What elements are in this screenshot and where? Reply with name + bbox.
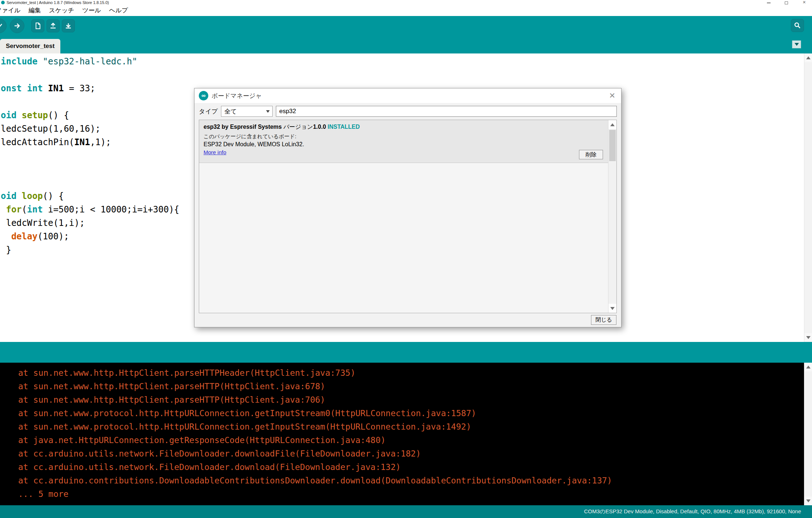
check-icon [0,22,3,30]
list-scroll-down-button[interactable] [608,304,616,313]
list-scroll-thumb[interactable] [609,130,616,161]
menu-bar: ファイル 編集 スケッチ ツール ヘルプ [0,5,812,16]
open-button[interactable] [47,19,60,32]
chevron-down-icon [795,43,799,46]
code-line: include "esp32-hal-ledc.h" [1,55,812,68]
console-scroll-down-button[interactable] [804,497,812,505]
chevron-down-icon [266,110,270,113]
minimize-button[interactable] [767,0,771,4]
console-line: at cc.arduino.utils.network.FileDownload… [18,447,812,461]
console-line: at sun.net.www.protocol.http.HttpURLConn… [18,420,812,434]
editor-scrollbar[interactable] [804,53,812,342]
console-line: at sun.net.www.http.HttpClient.parseHTTP… [18,380,812,393]
scroll-up-icon [806,366,811,368]
document-icon [34,22,42,30]
status-bar: COM3のESP32 Dev Module, Disabled, Default… [0,505,812,518]
arrow-right-icon [13,22,21,30]
dialog-close-button[interactable]: ✕ [607,91,617,100]
menu-item-sketch[interactable]: スケッチ [45,6,79,15]
magnifier-icon [793,21,801,29]
console-scroll-up-button[interactable] [804,363,812,371]
dialog-body: タイプ 全て esp32 by Espressif Systems バージョン1… [194,103,621,328]
close-dialog-button[interactable]: 閉じる [591,315,616,325]
editor-scroll-up-button[interactable] [804,53,812,62]
console-line: ... 5 more [18,487,812,501]
tab-servomoter-test[interactable]: Servomoter_test [0,39,60,53]
toolbar [0,16,812,35]
console-line: at cc.arduino.utils.network.FileDownload… [18,461,812,474]
list-scroll-up-button[interactable] [608,120,616,129]
arrow-up-icon [49,22,57,30]
verify-button[interactable] [0,19,7,33]
dialog-title: ボードマネージャ [212,92,262,100]
board-entry-esp32[interactable]: esp32 by Espressif Systems バージョン1.0.0 IN… [199,120,608,163]
list-scrollbar[interactable] [608,120,616,313]
console-scrollbar[interactable] [804,363,812,505]
close-window-button[interactable]: ✕ [802,0,806,4]
board-info-text: COM3のESP32 Dev Module, Disabled, Default… [584,508,801,515]
new-sketch-button[interactable] [31,19,44,32]
console-line: at sun.net.www.protocol.http.HttpURLConn… [18,407,812,420]
boards-list-text: ESP32 Dev Module, WEMOS LoLin32. [204,141,604,148]
board-entry-title: esp32 by Espressif Systems バージョン1.0.0 IN… [204,123,604,131]
code-line [1,68,812,82]
dialog-titlebar: ∞ ボードマネージャ ✕ [194,88,621,103]
console-line: at sun.net.www.http.HttpClient.parseHTTP… [18,393,812,407]
console-lines: at sun.net.www.http.HttpClient.parseHTTP… [0,363,812,501]
console-output[interactable]: at sun.net.www.http.HttpClient.parseHTTP… [0,363,812,505]
board-manager-dialog: ∞ ボードマネージャ ✕ タイプ 全て esp32 by Espressif S… [194,88,622,327]
tab-label: Servomoter_test [6,43,55,50]
more-info-link[interactable]: More info [204,149,226,155]
minimize-icon [767,3,771,3]
status-band [0,342,812,363]
scroll-down-icon [806,336,811,339]
console-line: at java.net.HttpURLConnection.getRespons… [18,434,812,447]
close-icon: ✕ [803,0,806,4]
menu-item-edit[interactable]: 編集 [25,6,45,15]
search-input[interactable] [276,106,617,117]
console-line: at cc.arduino.contributions.Downloadable… [18,474,812,487]
arduino-logo-icon: ∞ [199,91,208,100]
upload-button[interactable] [10,19,24,33]
window-titlebar: Servomoter_test | Arduino 1.8.7 (Windows… [0,0,812,5]
scroll-up-icon [806,56,811,59]
arduino-app-icon [1,1,5,4]
remove-button[interactable]: 削除 [579,150,603,159]
tab-list-dropdown-button[interactable] [792,40,801,48]
menu-item-tools[interactable]: ツール [78,6,105,15]
scroll-down-icon [806,499,811,502]
board-list: esp32 by Espressif Systems バージョン1.0.0 IN… [199,120,617,313]
maximize-button[interactable] [784,0,788,4]
menu-item-help[interactable]: ヘルプ [105,6,132,15]
type-select[interactable]: 全て [221,106,273,117]
menu-item-file[interactable]: ファイル [0,6,25,15]
maximize-icon [785,1,788,4]
arrow-down-icon [64,22,72,30]
tab-bar: Servomoter_test [0,35,812,53]
type-select-value: 全て [224,107,237,116]
serial-monitor-button[interactable] [791,19,804,32]
version-value: 1.0.0 [313,124,326,130]
type-label: タイプ [199,107,218,116]
board-entry-name: esp32 by Espressif Systems [204,124,282,130]
installed-badge: INSTALLED [327,124,360,130]
boards-intro-text: このパッケージに含まれているボード: [204,133,604,140]
window-title: Servomoter_test | Arduino 1.8.7 (Windows… [7,0,109,5]
editor-scroll-down-button[interactable] [804,333,812,342]
scroll-up-icon [610,123,615,126]
version-label: バージョン [284,124,313,130]
scroll-down-icon [610,307,615,310]
console-line: at sun.net.www.http.HttpClient.parseHTTP… [18,366,812,380]
save-button[interactable] [62,19,75,32]
